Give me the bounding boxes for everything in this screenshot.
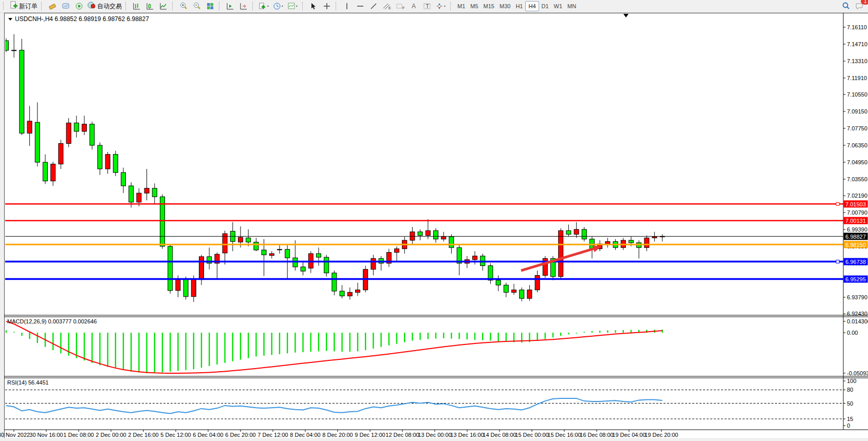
candle xyxy=(121,172,126,186)
profile-button[interactable] xyxy=(59,1,72,11)
horizontal-line-button[interactable] xyxy=(354,1,367,11)
crosshair-button[interactable] xyxy=(320,1,334,11)
price-axis-tick: 7.11910 xyxy=(847,75,867,81)
price-axis-tick: 7.13310 xyxy=(847,58,867,64)
vertical-line-button[interactable] xyxy=(340,1,354,11)
time-axis-label: 2 Dec 16:00 xyxy=(128,432,158,438)
svg-text:6.96738: 6.96738 xyxy=(845,259,866,265)
price-axis-tick: 7.04950 xyxy=(847,159,867,165)
arrows-dropdown[interactable] xyxy=(434,1,448,11)
zoom-out-button[interactable] xyxy=(190,1,204,11)
svg-text:F: F xyxy=(402,6,404,10)
chart-shift-marker[interactable] xyxy=(623,14,629,17)
toolbar-grip xyxy=(125,2,128,10)
chart-canvas[interactable]: 7.161107.147107.133107.119107.105507.091… xyxy=(0,0,868,441)
toolbar-grip xyxy=(302,2,305,10)
bar-chart-button[interactable] xyxy=(130,1,143,11)
candle xyxy=(262,250,266,255)
time-axis-label: 7 Dec 12:00 xyxy=(257,432,288,438)
trendline-button[interactable] xyxy=(367,1,380,11)
rsi-axis-tick: 50 xyxy=(847,400,853,407)
candle xyxy=(246,238,251,242)
cursor-button[interactable] xyxy=(307,1,320,11)
price-axis-tick: 7.06350 xyxy=(847,142,867,148)
new-order-icon xyxy=(9,1,17,11)
price-axis-tick: 6.92430 xyxy=(847,311,867,317)
candle xyxy=(520,290,524,298)
eraser-button[interactable] xyxy=(46,1,59,11)
text-label-button[interactable]: T xyxy=(420,1,434,11)
fibonacci-button[interactable]: E xyxy=(380,1,394,11)
price-axis-tick: 6.93790 xyxy=(847,294,867,300)
signals-button[interactable] xyxy=(72,1,86,11)
timeframe-m1-button[interactable]: M1 xyxy=(455,2,468,11)
auto-scroll-button[interactable] xyxy=(224,1,237,11)
macd-axis-tick: -0.050937 xyxy=(847,370,868,376)
symbol-dropdown-icon[interactable] xyxy=(8,18,12,21)
toolbar-grip xyxy=(3,2,6,10)
candle xyxy=(285,250,290,258)
time-axis-label: 6 Dec 20:00 xyxy=(225,432,255,438)
chat-badge: 1 xyxy=(861,0,868,5)
candle xyxy=(51,164,56,181)
candle xyxy=(324,257,329,273)
toolbar-grip xyxy=(219,2,221,10)
autotrade-button[interactable]: 自动交易 xyxy=(86,1,123,11)
new-order-button[interactable]: 新订单 xyxy=(8,1,39,11)
new-chart-dropdown[interactable] xyxy=(257,1,271,11)
candle xyxy=(191,279,196,296)
timeframe-m30-button[interactable]: M30 xyxy=(497,2,513,11)
time-axis-label: 15 Dec 16:00 xyxy=(547,432,581,438)
zoom-in-button[interactable] xyxy=(177,1,190,11)
candle xyxy=(12,50,16,51)
rsi-axis-tick: 15 xyxy=(847,416,853,422)
timeframe-d1-button[interactable]: D1 xyxy=(539,2,551,11)
text-button[interactable]: A xyxy=(407,1,420,11)
timeframe-m15-button[interactable]: M15 xyxy=(481,2,497,11)
chat-button[interactable]: 1 xyxy=(853,1,866,11)
candle xyxy=(488,266,493,280)
timeframe-h1-button[interactable]: H1 xyxy=(513,2,525,11)
svg-text:6.98827: 6.98827 xyxy=(845,234,866,240)
candle xyxy=(332,273,337,291)
chart-shift-button[interactable] xyxy=(237,1,250,11)
timeframe-h4-button[interactable]: H4 xyxy=(525,1,539,11)
candle xyxy=(426,231,430,235)
profiles-dropdown[interactable] xyxy=(271,1,286,11)
candle xyxy=(559,231,563,277)
line-handle[interactable] xyxy=(836,202,839,205)
rsi-axis-tick: 100 xyxy=(847,378,856,384)
indicators-dropdown[interactable] xyxy=(286,1,300,11)
timeframe-mn-button[interactable]: MN xyxy=(565,2,579,11)
candle xyxy=(254,242,258,250)
macd-axis-tick: 0.014306 xyxy=(847,318,868,324)
price-axis-tick: 7.10550 xyxy=(847,91,867,98)
line-chart-button[interactable] xyxy=(157,1,170,11)
time-axis-label: 19 Dec 20:00 xyxy=(644,432,678,438)
candle xyxy=(20,50,24,133)
candle xyxy=(434,231,438,239)
timeframe-m5-button[interactable]: M5 xyxy=(468,2,481,11)
candle xyxy=(105,155,110,169)
candle xyxy=(340,291,344,296)
candle xyxy=(59,144,63,164)
candle xyxy=(27,121,32,133)
search-button[interactable] xyxy=(839,1,853,11)
candle xyxy=(199,257,204,280)
candle xyxy=(66,123,71,143)
svg-text:7.00131: 7.00131 xyxy=(845,218,866,224)
candle xyxy=(410,232,415,240)
time-axis-label: 2 Dec 00:00 xyxy=(96,432,126,438)
svg-text:6.98150: 6.98150 xyxy=(845,242,866,248)
cycles-button[interactable]: F xyxy=(394,1,407,11)
candle xyxy=(652,237,657,238)
candlestick-button[interactable] xyxy=(143,1,157,11)
tile-windows-button[interactable] xyxy=(204,1,217,11)
candle xyxy=(574,229,579,234)
autotrade-icon xyxy=(87,1,96,11)
time-axis-label: 8 Dec 20:00 xyxy=(322,432,353,438)
timeframe-w1-button[interactable]: W1 xyxy=(551,2,565,11)
price-axis-tick: 7.00790 xyxy=(847,209,867,216)
time-axis-label: 16 Dec 08:00 xyxy=(580,432,613,438)
line-handle[interactable] xyxy=(836,260,839,263)
